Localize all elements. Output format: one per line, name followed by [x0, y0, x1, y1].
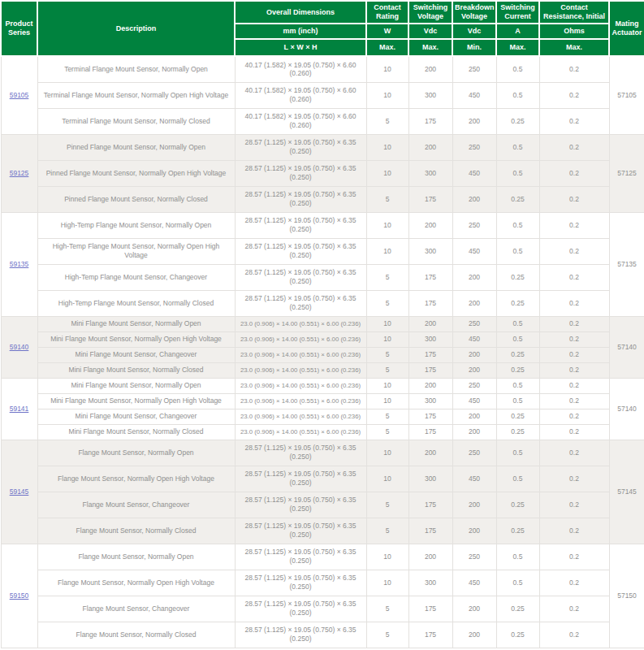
description-cell: Pinned Flange Mount Sensor, Normally Ope… [37, 134, 235, 160]
limit-contact-rating: Max. [366, 39, 408, 56]
breakdown-voltage-cell: 250 [452, 378, 496, 393]
description-cell: High-Temp Flange Mount Sensor, Normally … [37, 212, 235, 238]
switching-voltage-cell: 175 [408, 518, 452, 544]
contact-resistance-cell: 0.2 [539, 332, 609, 347]
switching-voltage-cell: 200 [408, 544, 452, 570]
table-row: Mini Flange Mount Sensor, Normally Open … [1, 332, 644, 347]
contact-resistance-cell: 0.2 [539, 570, 609, 596]
switching-current-cell: 0.5 [496, 238, 539, 264]
contact-resistance-cell: 0.2 [539, 378, 609, 393]
dimensions-cell: 28.57 (1.125) × 19.05 (0.750) × 6.35 (0.… [235, 290, 366, 316]
contact-rating-cell: 10 [366, 466, 408, 492]
switching-voltage-cell: 300 [408, 82, 452, 108]
contact-rating-cell: 10 [366, 570, 408, 596]
product-series-link[interactable]: 59150 [10, 592, 29, 600]
dimensions-cell: 23.0 (0.906) × 14.00 (0.551) × 6.00 (0.2… [235, 424, 366, 440]
limit-contact-resistance: Max. [539, 39, 609, 56]
contact-resistance-cell: 0.2 [539, 362, 609, 378]
breakdown-voltage-cell: 200 [452, 362, 496, 378]
table-row: High-Temp Flange Mount Sensor, Normally … [1, 290, 644, 316]
switching-voltage-cell: 200 [408, 378, 452, 393]
col-header-switching-voltage: Switching Voltage [408, 1, 452, 24]
limit-dimensions: L × W × H [235, 39, 366, 56]
description-cell: Mini Flange Mount Sensor, Normally Close… [37, 362, 235, 378]
col-header-product-series: Product Series [1, 1, 37, 56]
product-series-link[interactable]: 59135 [10, 260, 29, 268]
switching-voltage-cell: 175 [408, 596, 452, 622]
product-series-cell: 59125 [1, 134, 37, 212]
contact-resistance-cell: 0.2 [539, 622, 609, 648]
dimensions-cell: 28.57 (1.125) × 19.05 (0.750) × 6.35 (0.… [235, 518, 366, 544]
table-row: Terminal Flange Mount Sensor, Normally C… [1, 108, 644, 134]
product-series-link[interactable]: 59140 [10, 343, 29, 351]
product-series-link[interactable]: 59145 [10, 488, 29, 496]
table-row: Pinned Flange Mount Sensor, Normally Clo… [1, 186, 644, 212]
contact-rating-cell: 10 [366, 316, 408, 332]
contact-rating-cell: 10 [366, 378, 408, 393]
contact-resistance-cell: 0.2 [539, 264, 609, 290]
product-series-link[interactable]: 59125 [10, 169, 29, 177]
description-cell: Mini Flange Mount Sensor, Changeover [37, 347, 235, 362]
contact-resistance-cell: 0.2 [539, 316, 609, 332]
switching-current-cell: 0.5 [496, 378, 539, 393]
description-cell: Flange Mount Sensor, Normally Open High … [37, 466, 235, 492]
breakdown-voltage-cell: 250 [452, 212, 496, 238]
switching-voltage-cell: 300 [408, 466, 452, 492]
switching-current-cell: 0.5 [496, 466, 539, 492]
breakdown-voltage-cell: 200 [452, 492, 496, 518]
breakdown-voltage-cell: 250 [452, 134, 496, 160]
description-cell: High-Temp Flange Mount Sensor, Normally … [37, 238, 235, 264]
product-series-link[interactable]: 59141 [10, 405, 29, 413]
description-cell: Flange Mount Sensor, Changeover [37, 492, 235, 518]
breakdown-voltage-cell: 200 [452, 622, 496, 648]
switching-current-cell: 0.5 [496, 134, 539, 160]
contact-resistance-cell: 0.2 [539, 518, 609, 544]
contact-rating-cell: 5 [366, 290, 408, 316]
col-header-contact-rating: Contact Rating [366, 1, 408, 24]
description-cell: High-Temp Flange Mount Sensor, Changeove… [37, 264, 235, 290]
dimensions-cell: 28.57 (1.125) × 19.05 (0.750) × 6.35 (0.… [235, 186, 366, 212]
description-cell: Flange Mount Sensor, Normally Open [37, 440, 235, 466]
contact-resistance-cell: 0.2 [539, 409, 609, 424]
col-header-switching-current: Switching Current [496, 1, 539, 24]
breakdown-voltage-cell: 200 [452, 290, 496, 316]
contact-rating-cell: 5 [366, 264, 408, 290]
table-row: Flange Mount Sensor, Normally Open High … [1, 570, 644, 596]
product-series-cell: 59135 [1, 212, 37, 316]
switching-voltage-cell: 300 [408, 332, 452, 347]
switching-current-cell: 0.5 [496, 393, 539, 409]
switching-current-cell: 0.5 [496, 82, 539, 108]
description-cell: Terminal Flange Mount Sensor, Normally C… [37, 108, 235, 134]
table-row: 59105Terminal Flange Mount Sensor, Norma… [1, 56, 644, 82]
contact-resistance-cell: 0.2 [539, 347, 609, 362]
contact-rating-cell: 5 [366, 108, 408, 134]
contact-rating-cell: 10 [366, 82, 408, 108]
breakdown-voltage-cell: 200 [452, 186, 496, 212]
limit-switching-voltage: Max. [408, 39, 452, 56]
contact-rating-cell: 10 [366, 134, 408, 160]
breakdown-voltage-cell: 200 [452, 596, 496, 622]
dimensions-cell: 23.0 (0.906) × 14.00 (0.551) × 6.00 (0.2… [235, 332, 366, 347]
unit-switching-current: A [496, 24, 539, 39]
product-series-link[interactable]: 59105 [10, 91, 29, 99]
table-row: Terminal Flange Mount Sensor, Normally O… [1, 82, 644, 108]
contact-resistance-cell: 0.2 [539, 212, 609, 238]
table-row: Flange Mount Sensor, Changeover28.57 (1.… [1, 596, 644, 622]
table-row: Flange Mount Sensor, Normally Closed28.5… [1, 622, 644, 648]
switching-voltage-cell: 175 [408, 264, 452, 290]
switching-voltage-cell: 300 [408, 238, 452, 264]
unit-dimensions: mm (inch) [235, 24, 366, 39]
switching-voltage-cell: 300 [408, 393, 452, 409]
unit-breakdown-voltage: Vdc [452, 24, 496, 39]
limit-breakdown-voltage: Min. [452, 39, 496, 56]
table-row: High-Temp Flange Mount Sensor, Changeove… [1, 264, 644, 290]
switching-current-cell: 0.5 [496, 570, 539, 596]
dimensions-cell: 28.57 (1.125) × 19.05 (0.750) × 6.35 (0.… [235, 264, 366, 290]
breakdown-voltage-cell: 200 [452, 424, 496, 440]
table-row: Flange Mount Sensor, Normally Closed28.5… [1, 518, 644, 544]
breakdown-voltage-cell: 200 [452, 108, 496, 134]
description-cell: Flange Mount Sensor, Normally Closed [37, 518, 235, 544]
contact-resistance-cell: 0.2 [539, 424, 609, 440]
switching-current-cell: 0.5 [496, 56, 539, 82]
breakdown-voltage-cell: 450 [452, 570, 496, 596]
